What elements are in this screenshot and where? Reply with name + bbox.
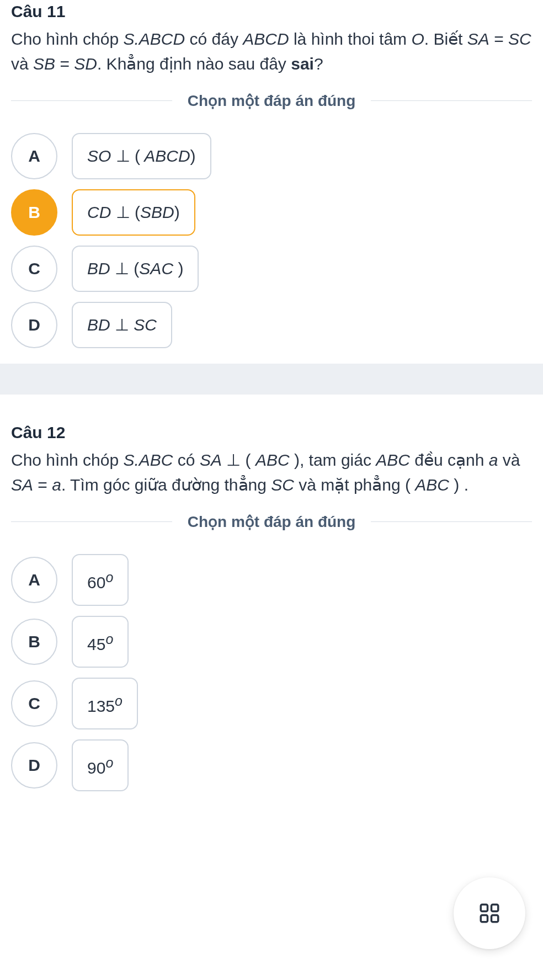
option-row[interactable]: DBD ⊥ SC <box>11 302 532 348</box>
option-content[interactable]: BD ⊥ SC <box>72 302 172 348</box>
option-row[interactable]: A60o <box>11 554 532 606</box>
question-body: Cho hình chóp S.ABC có SA ⊥ ( ABC ), tam… <box>11 448 532 497</box>
option-letter-a[interactable]: A <box>11 133 57 179</box>
divider-line-left <box>11 100 172 101</box>
section-gap <box>0 364 543 395</box>
question-title: Câu 11 <box>11 2 532 21</box>
choose-one-divider: Chọn một đáp án đúng <box>11 513 532 531</box>
divider-label: Chọn một đáp án đúng <box>172 92 371 110</box>
option-content[interactable]: 45o <box>72 616 129 668</box>
options-list: ASO ⊥ ( ABCD)BCD ⊥ (SBD)CBD ⊥ (SAC )DBD … <box>11 133 532 348</box>
option-letter-d[interactable]: D <box>11 742 57 789</box>
option-row[interactable]: BCD ⊥ (SBD) <box>11 189 532 236</box>
option-content[interactable]: CD ⊥ (SBD) <box>72 189 195 236</box>
question-body: Cho hình chóp S.ABCD có đáy ABCD là hình… <box>11 26 532 76</box>
option-letter-b[interactable]: B <box>11 619 57 665</box>
divider-line-left <box>11 521 172 522</box>
option-letter-d[interactable]: D <box>11 302 57 348</box>
option-letter-c[interactable]: C <box>11 246 57 292</box>
option-content[interactable]: 135o <box>72 678 138 729</box>
option-content[interactable]: BD ⊥ (SAC ) <box>72 246 199 292</box>
option-row[interactable]: ASO ⊥ ( ABCD) <box>11 133 532 179</box>
divider-label: Chọn một đáp án đúng <box>172 513 371 531</box>
options-list: A60oB45oC135oD90o <box>11 554 532 791</box>
divider-line-right <box>371 100 532 101</box>
option-content[interactable]: 60o <box>72 554 129 606</box>
option-row[interactable]: CBD ⊥ (SAC ) <box>11 246 532 292</box>
option-letter-b[interactable]: B <box>11 189 57 236</box>
option-row[interactable]: D90o <box>11 739 532 791</box>
option-letter-c[interactable]: C <box>11 680 57 727</box>
option-content[interactable]: SO ⊥ ( ABCD) <box>72 133 211 179</box>
option-row[interactable]: B45o <box>11 616 532 668</box>
option-content[interactable]: 90o <box>72 739 129 791</box>
question-11: Câu 11 Cho hình chóp S.ABCD có đáy ABCD … <box>0 0 543 791</box>
option-row[interactable]: C135o <box>11 678 532 729</box>
divider-line-right <box>371 521 532 522</box>
question-title: Câu 12 <box>11 423 532 442</box>
option-letter-a[interactable]: A <box>11 557 57 603</box>
choose-one-divider: Chọn một đáp án đúng <box>11 92 532 110</box>
